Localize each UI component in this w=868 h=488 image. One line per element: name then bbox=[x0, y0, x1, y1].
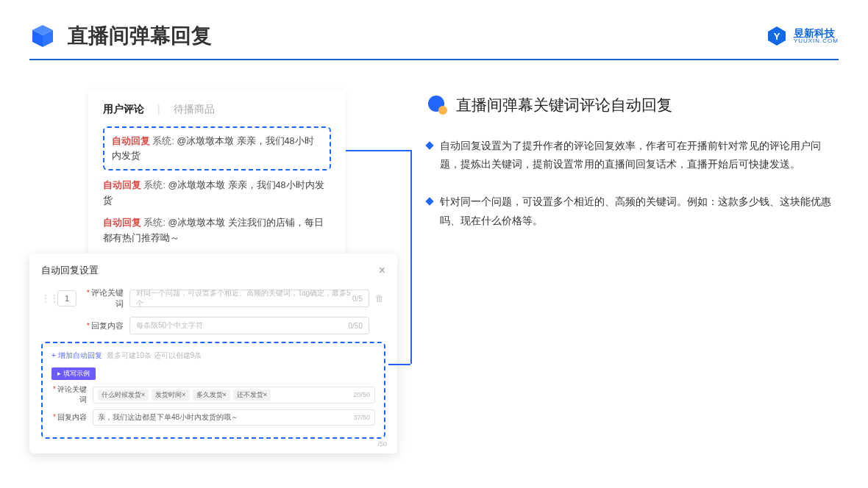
diamond-icon bbox=[425, 198, 433, 206]
example-keyword-input[interactable]: 什么时候发货× 发货时间× 多久发货× 还不发货× 20/50 bbox=[93, 387, 375, 403]
bullet-text: 针对同一个问题，可设置多个相近的、高频的关键词。例如：这款多少钱、这块能优惠吗、… bbox=[440, 193, 839, 229]
system-tag: 系统: bbox=[152, 136, 174, 146]
example-keyword-row: *评论关键词 什么时候发货× 发货时间× 多久发货× 还不发货× 20/50 bbox=[51, 384, 375, 405]
add-auto-reply-link[interactable]: + 增加自动回复最多可建10条 还可以创建9条 bbox=[51, 351, 375, 361]
keyword-chip[interactable]: 什么时候发货× bbox=[98, 390, 149, 401]
ex-ct-label: 回复内容 bbox=[57, 413, 87, 421]
reply-row: 自动回复 系统: @冰墩墩本墩 关注我们的店铺，每日都有热门推荐呦～ bbox=[103, 215, 331, 247]
counter: 0/50 bbox=[349, 322, 363, 330]
keyword-input[interactable]: 对同一个问题，可设置多个相近、高频的关键词，Tag确定，最多5个 0/5 bbox=[129, 290, 369, 307]
diamond-icon bbox=[425, 141, 433, 149]
example-content-row: *回复内容 亲，我们这边都是下单48小时内发货的哦～ 37/50 bbox=[51, 409, 375, 426]
counter: 0/5 bbox=[352, 295, 363, 303]
auto-reply-tag: 自动回复 bbox=[112, 136, 150, 146]
index-number: 1 bbox=[57, 290, 77, 306]
ex-kw-label: 评论关键词 bbox=[57, 385, 87, 403]
drag-handle-icon[interactable]: ⋮⋮ bbox=[41, 293, 51, 304]
add-note: 最多可建10条 还可以创建9条 bbox=[107, 351, 202, 359]
page-title: 直播间弹幕回复 bbox=[68, 22, 212, 50]
example-badge: ▸ 填写示例 bbox=[51, 367, 96, 380]
keyword-chip[interactable]: 还不发货× bbox=[233, 390, 271, 401]
keyword-chip[interactable]: 多久发货× bbox=[193, 390, 230, 401]
bullet-text: 自动回复设置为了提升作者的评论回复效率，作者可在开播前针对常见的评论用户问题，提… bbox=[440, 137, 839, 173]
close-icon[interactable]: × bbox=[379, 264, 385, 277]
brand-url: YUUXIN.COM bbox=[794, 38, 839, 44]
section-title: 直播间弹幕关键词评论自动回复 bbox=[456, 95, 672, 115]
svg-text:Y: Y bbox=[774, 31, 780, 42]
connector-line bbox=[346, 150, 410, 151]
reply-row: 自动回复 系统: @冰墩墩本墩 亲亲，我们48小时内发货 bbox=[103, 178, 331, 209]
connector-line bbox=[410, 150, 412, 364]
form-row-keyword: ⋮⋮ 1 *评论关键词 对同一个问题，可设置多个相近、高频的关键词，Tag确定，… bbox=[41, 287, 385, 309]
bullet-item: 自动回复设置为了提升作者的评论回复效率，作者可在开播前针对常见的评论用户问题，提… bbox=[427, 137, 839, 173]
system-tag: 系统: bbox=[143, 218, 165, 228]
highlighted-reply: 自动回复 系统: @冰墩墩本墩 亲亲，我们48小时内发货 bbox=[103, 126, 331, 171]
placeholder: 每条限50个中文字符 bbox=[136, 320, 203, 331]
bullet-item: 针对同一个问题，可设置多个相近的、高频的关键词。例如：这款多少钱、这块能优惠吗、… bbox=[427, 193, 839, 229]
auto-reply-tag: 自动回复 bbox=[103, 218, 141, 228]
modal-title: 自动回复设置 bbox=[41, 264, 99, 277]
auto-reply-settings-modal: 自动回复设置 × ⋮⋮ 1 *评论关键词 对同一个问题，可设置多个相近、高频的关… bbox=[29, 254, 397, 453]
tab-user-comments[interactable]: 用户评论 bbox=[103, 103, 144, 116]
brand-name: 昱新科技 bbox=[794, 28, 839, 38]
svg-point-5 bbox=[438, 106, 447, 115]
example-text: 亲，我们这边都是下单48小时内发货的哦～ bbox=[98, 412, 238, 423]
system-tag: 系统: bbox=[143, 180, 165, 190]
tab-pending-goods[interactable]: 待播商品 bbox=[174, 103, 215, 116]
auto-reply-tag: 自动回复 bbox=[103, 180, 141, 190]
content-input[interactable]: 每条限50个中文字符 0/50 bbox=[129, 317, 369, 334]
keyword-chip[interactable]: 发货时间× bbox=[152, 390, 189, 401]
example-box: + 增加自动回复最多可建10条 还可以创建9条 ▸ 填写示例 *评论关键词 什么… bbox=[41, 342, 385, 439]
trash-icon[interactable]: 🗑 bbox=[375, 293, 385, 304]
brand: Y 昱新科技 YUUXIN.COM bbox=[766, 25, 839, 47]
tabs: 用户评论 | 待播商品 bbox=[103, 103, 331, 116]
form-row-content: *回复内容 每条限50个中文字符 0/50 bbox=[41, 317, 385, 334]
description-panel: 直播间弹幕关键词评论自动回复 自动回复设置为了提升作者的评论回复效率，作者可在开… bbox=[427, 90, 839, 274]
counter: 20/50 bbox=[353, 391, 370, 398]
chat-bubble-icon bbox=[427, 94, 449, 116]
screenshot-area: 用户评论 | 待播商品 自动回复 系统: @冰墩墩本墩 亲亲，我们48小时内发货… bbox=[29, 90, 397, 274]
placeholder: 对同一个问题，可设置多个相近、高频的关键词，Tag确定，最多5个 bbox=[136, 288, 352, 309]
keyword-label: 评论关键词 bbox=[91, 288, 124, 308]
comment-card: 用户评论 | 待播商品 自动回复 系统: @冰墩墩本墩 亲亲，我们48小时内发货… bbox=[88, 90, 346, 274]
cube-icon bbox=[29, 23, 56, 49]
content-label: 回复内容 bbox=[91, 321, 124, 330]
bottom-counter: /50 bbox=[377, 440, 387, 448]
counter: 37/50 bbox=[353, 414, 370, 421]
brand-logo-icon: Y bbox=[766, 25, 788, 47]
header: 直播间弹幕回复 Y 昱新科技 YUUXIN.COM bbox=[0, 0, 868, 50]
example-content-input[interactable]: 亲，我们这边都是下单48小时内发货的哦～ 37/50 bbox=[93, 409, 375, 426]
